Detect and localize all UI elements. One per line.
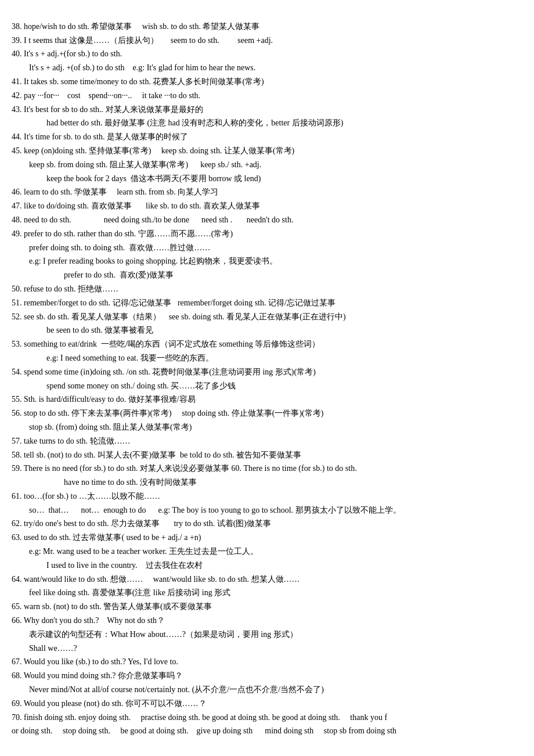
text-line: 44. It's time for sb. to do sth. 是某人做某事的… [12,130,522,144]
text-line: 55. Sth. is hard/difficult/easy to do. 做… [12,393,522,406]
text-line: 43. It's best for sb to do sth.. 对某人来说做某… [12,103,522,117]
text-line: feel like doing sth. 喜爱做某事(注意 like 后接动词 … [12,586,522,600]
text-line: have no time to do sth. 没有时间做某事 [12,476,522,489]
text-line: 52. see sb. do sth. 看见某人做某事（结果） see sb. … [12,310,522,324]
text-line: 42. pay ···for··· cost spend···on···.. i… [12,89,522,103]
text-line: 50. refuse to do sth. 拒绝做…… [12,282,522,296]
text-line: or doing sth. stop doing sth. be good at… [12,724,522,738]
text-line: 64. want/would like to do sth. 想做…… want… [12,573,522,586]
text-line: 58. tell sb. (not) to do sth. 叫某人去(不要)做某… [12,448,522,462]
text-line: 66. Why don't you do sth.? Why not do st… [12,614,522,628]
text-line: 40. It's s + adj.+(for sb.) to do sth. [12,47,522,61]
text-line: 59. There is no need (for sb.) to do sth… [12,462,522,476]
text-line: 56. stop to do sth. 停下来去某事(两件事)(常考) stop… [12,406,522,420]
text-line: 65. warn sb. (not) to do sth. 警告某人做某事(或不… [12,600,522,614]
text-line: 61. too…(for sb.) to …太……以致不能…… [12,489,522,503]
text-line: be seen to do sth. 做某事被看见 [12,323,522,337]
text-line: e.g: Mr. wang used to be a teacher worke… [12,545,522,559]
text-line: Never mind/Not at all/of course not/cert… [12,683,522,697]
text-line: prefer doing sth. to doing sth. 喜欢做……胜过做… [12,241,522,255]
text-line: 48. need to do sth. need doing sth./to b… [12,213,522,227]
text-line: 46. learn to do sth. 学做某事 learn sth. fro… [12,185,522,199]
text-line: 69. Would you please (not) do sth. 你可不可以… [12,697,522,711]
text-line: I used to live in the country. 过去我住在农村 [12,559,522,573]
text-line: 47. like to do/doing sth. 喜欢做某事 like sb.… [12,199,522,213]
text-line: 表示建议的句型还有：What How about……?（如果是动词，要用 ing… [12,628,522,642]
text-line: 39. I t seems that 这像是……（后接从句） seem to d… [12,34,522,48]
text-line: 49. prefer to do sth. rather than do sth… [12,227,522,241]
main-content: 38. hope/wish to do sth. 希望做某事 wish sb. … [12,6,522,738]
text-line: 67. Would you like (sb.) to do sth.? Yes… [12,655,522,669]
text-line: 53. something to eat/drink 一些吃/喝的东西（词不定式… [12,337,522,351]
text-line: prefer to do sth. 喜欢(爱)做某事 [12,268,522,282]
text-line: 54. spend some time (in)doing sth. /on s… [12,365,522,379]
text-line: 38. hope/wish to do sth. 希望做某事 wish sb. … [12,20,522,34]
text-line: keep the book for 2 days 借这本书两天(不要用 borr… [12,172,522,186]
text-line: 70. finish doing sth. enjoy doing sth. p… [12,711,522,725]
text-line: 41. It takes sb. some time/money to do s… [12,75,522,89]
text-line: stop sb. (from) doing sth. 阻止某人做某事(常考) [12,420,522,434]
text-line: keep sb. from doing sth. 阻止某人做某事(常考) kee… [12,158,522,172]
text-line: 68. Would you mind doing sth.? 你介意做某事吗？ [12,669,522,683]
text-line: 57. take turns to do sth. 轮流做…… [12,434,522,448]
text-line: 51. remember/forget to do sth. 记得/忘记做某事 … [12,296,522,310]
text-line: spend some money on sth./ doing sth. 买……… [12,379,522,393]
text-line: 63. used to do sth. 过去常做某事( used to be +… [12,531,522,545]
text-line: so… that… not… enough to do e.g: The boy… [12,503,522,517]
text-line: 45. keep (on)doing sth. 坚持做某事(常考) keep s… [12,144,522,158]
text-line: Shall we……? [12,642,522,656]
text-line: e.g: I prefer reading books to going sho… [12,254,522,268]
text-line: 62. try/do one's best to do sth. 尽力去做某事 … [12,517,522,531]
text-line: It's s + adj. +(of sb.) to do sth e.g: I… [12,61,522,75]
text-line: e.g: I need something to eat. 我要一些吃的东西。 [12,351,522,365]
text-line: had better do sth. 最好做某事 (注意 had 没有时态和人称… [12,116,522,130]
